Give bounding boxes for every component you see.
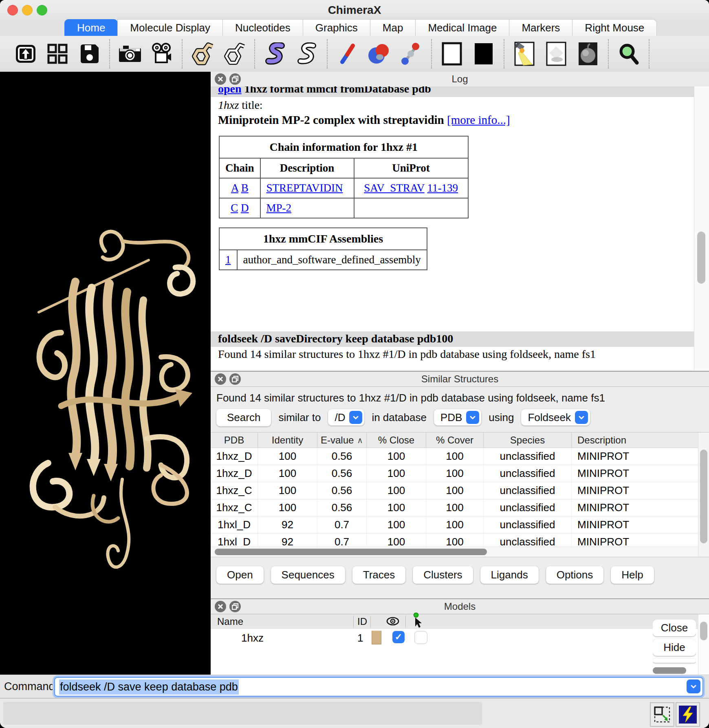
similar-controls: Search similar to /D in database PDB usi… [216,408,709,426]
open-command-link[interactable]: open [218,86,242,95]
log-scrollbar-thumb[interactable] [697,232,705,284]
similar-col-header-label: Species [510,435,545,446]
database-dropdown[interactable]: PDB [434,409,481,426]
tool-panels: Log open 1hxz format mmcif fromDatabase … [211,72,709,675]
log-scrollbar[interactable] [694,86,709,370]
log-content[interactable]: open 1hxz format mmcif fromDatabase pdb … [211,86,694,370]
similar-hscrollbar-thumb[interactable] [215,549,487,555]
save-icon[interactable] [77,42,101,66]
ball-and-stick-style-icon[interactable] [399,42,423,66]
similar-col-header-pdb[interactable]: PDB [211,432,258,448]
chain-c-link[interactable]: C [231,202,238,214]
similar-table-row[interactable]: 1hxz_D1000.56100100unclassifiedMINIPROT [211,465,709,482]
status-bar [0,698,709,728]
open-button[interactable]: Open [216,566,264,584]
similar-cell: unclassified [484,499,572,516]
model-selected-checkbox[interactable] [414,631,427,644]
similar-table-row[interactable]: 1hxz_C1000.56100100unclassifiedMINIPROT [211,482,709,499]
show-atoms-icon[interactable] [191,42,214,66]
models-vscrollbar[interactable] [698,614,709,675]
hide-cartoons-icon[interactable] [295,42,319,66]
sort-ascending-icon: ∧ [357,435,363,445]
more-info-link[interactable]: [more info...] [447,113,510,126]
white-background-icon[interactable] [440,42,464,66]
title-bar: ChimeraX [0,0,709,20]
search-button[interactable]: Search [216,409,271,426]
similar-col-header--close[interactable]: % Close [367,432,426,448]
snapshot-icon[interactable] [118,42,142,66]
models-id-header: ID [357,616,367,627]
chain-d-link[interactable]: D [241,202,249,214]
help-button[interactable]: Help [611,566,654,584]
black-background-icon[interactable] [472,42,495,66]
similar-cell: 100 [426,499,484,516]
similar-col-header-description[interactable]: Description [572,432,709,448]
similar-col-header-e-value[interactable]: E-value∧ [317,432,367,448]
assembly-1-link[interactable]: 1 [225,254,231,266]
streptavidin-link[interactable]: STREPTAVIDIN [266,182,343,194]
method-dropdown[interactable]: Foldseek [521,409,590,426]
similar-hscrollbar[interactable] [211,547,698,557]
traces-button[interactable]: Traces [352,566,406,584]
tab-right-mouse[interactable]: Right Mouse [572,19,657,36]
soft-lighting-icon[interactable] [513,42,536,66]
chain-b-link[interactable]: B [241,182,249,194]
model-row-1hxz[interactable]: 1hxz 1 ✓ [211,629,698,647]
similar-cell: 92 [258,516,317,533]
hide-atoms-icon[interactable] [222,42,246,66]
tab-home[interactable]: Home [64,19,118,36]
tab-molecule-display[interactable]: Molecule Display [117,19,223,36]
sequences-button[interactable]: Sequences [271,566,345,584]
chevron-down-icon [466,411,479,424]
similar-results-table[interactable]: PDBIdentityE-value∧% Close% CoverSpecies… [211,432,709,557]
sphere-style-icon[interactable] [368,42,391,66]
similar-vscrollbar-thumb[interactable] [700,450,707,543]
similar-table-row[interactable]: 1hxl_D920.7100100unclassifiedMINIPROT [211,516,709,534]
simple-lighting-icon[interactable] [544,42,568,66]
models-close-button[interactable]: Close [653,620,696,636]
models-hide-button[interactable]: Hide [653,639,696,656]
similar-table-row[interactable]: 1hxz_D1000.56100100unclassifiedMINIPROT [211,448,709,465]
uniprot-range-link[interactable]: 11-139 [427,182,458,194]
command-history-chevron-icon[interactable] [687,679,700,693]
models-buttons: Close Hide [653,620,696,668]
chain-dropdown[interactable]: /D [328,409,364,426]
recent-files-icon[interactable] [46,42,69,66]
similar-table-row[interactable]: 1hxz_C1000.56100100unclassifiedMINIPROT [211,499,709,516]
fast-mode-lightning-icon[interactable] [676,702,700,727]
tab-markers[interactable]: Markers [509,19,572,36]
similar-col-header-species[interactable]: Species [484,432,572,448]
spin-movie-icon[interactable] [150,42,174,66]
tab-map[interactable]: Map [370,19,416,36]
side-view-icon[interactable] [617,42,641,66]
similar-col-header--cover[interactable]: % Cover [426,432,484,448]
uniprot-name-link[interactable]: SAV_STRAV [364,182,425,194]
similar-col-header-identity[interactable]: Identity [258,432,317,448]
models-partial-button[interactable] [653,659,696,663]
mp2-link[interactable]: MP-2 [266,202,292,214]
open-icon[interactable] [14,42,37,66]
tab-medical-image[interactable]: Medical Image [415,19,509,36]
options-button[interactable]: Options [546,566,604,584]
resize-graphics-icon[interactable] [650,702,674,727]
command-input[interactable]: foldseek /D save keep database pdb [54,677,703,697]
graphics-viewport[interactable] [0,72,211,675]
select-pointer-icon [411,613,423,631]
clusters-button[interactable]: Clusters [413,566,473,584]
ligands-button[interactable]: Ligands [480,566,539,584]
model-shown-checkbox[interactable]: ✓ [392,631,405,643]
similar-table-header: PDBIdentityE-value∧% Close% CoverSpecies… [211,432,709,448]
models-hscrollbar-thumb[interactable] [653,667,686,674]
chain-a-link[interactable]: A [231,182,238,194]
full-lighting-icon[interactable] [576,42,600,66]
stick-style-icon[interactable] [336,42,359,66]
structure-title: Miniprotein MP-2 complex with streptavid… [211,112,694,127]
models-vscrollbar-thumb[interactable] [700,622,707,640]
similar-vscrollbar[interactable] [698,432,709,557]
similar-cell: unclassified [484,448,572,465]
model-color-swatch[interactable] [372,631,381,644]
show-cartoons-icon[interactable] [263,42,287,66]
using-label: using [489,411,514,424]
tab-graphics[interactable]: Graphics [303,19,370,36]
tab-nucleotides[interactable]: Nucleotides [222,19,303,36]
